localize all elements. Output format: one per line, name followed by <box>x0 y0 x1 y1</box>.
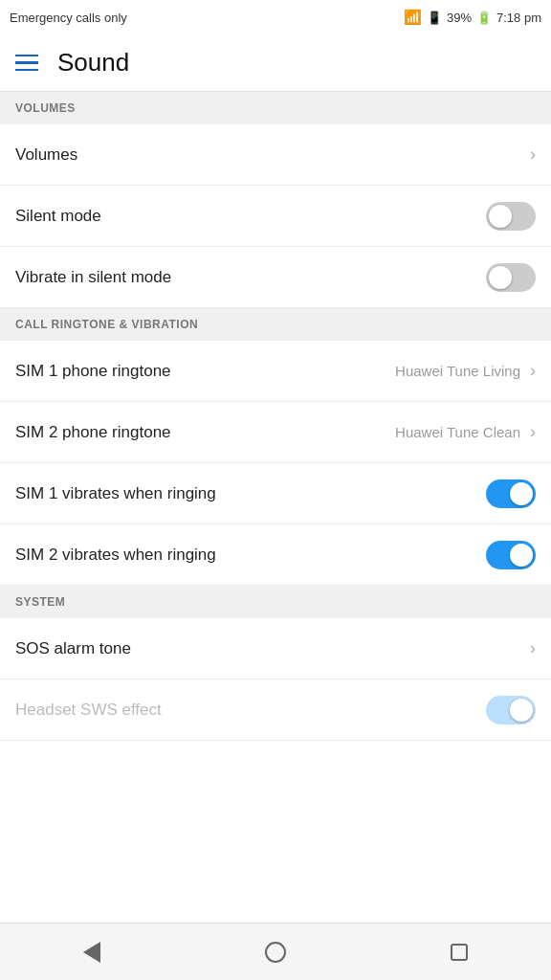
nav-bar <box>0 923 551 980</box>
headset-sws-item: Headset SWS effect <box>0 679 551 741</box>
menu-button[interactable] <box>15 55 38 72</box>
vibrate-silent-label: Vibrate in silent mode <box>15 268 486 287</box>
status-bar: Emergency calls only 📶 📱 39% 🔋 7:18 pm <box>0 0 551 34</box>
volumes-label: Volumes <box>15 145 526 165</box>
recents-button[interactable] <box>430 933 488 971</box>
volumes-item[interactable]: Volumes › <box>0 124 551 186</box>
sim1-ringtone-item[interactable]: SIM 1 phone ringtone Huawei Tune Living … <box>0 341 551 402</box>
battery-text: 39% <box>447 11 472 25</box>
sos-alarm-chevron-icon: › <box>530 638 536 658</box>
recents-icon <box>451 944 468 961</box>
vibrate-silent-toggle[interactable] <box>486 263 536 292</box>
sim2-ringtone-label: SIM 2 phone ringtone <box>15 423 395 442</box>
hamburger-line-3 <box>15 69 38 72</box>
headset-sws-toggle <box>486 696 536 724</box>
section-header-system: SYSTEM <box>0 586 551 618</box>
volumes-chevron-icon: › <box>530 145 536 165</box>
hamburger-line-1 <box>15 55 38 57</box>
sim2-ringtone-value: Huawei Tune Clean <box>395 424 520 440</box>
section-header-ringtone: CALL RINGTONE & VIBRATION <box>0 308 551 341</box>
sim2-vibrate-label: SIM 2 vibrates when ringing <box>15 546 486 565</box>
silent-mode-toggle[interactable] <box>486 202 536 231</box>
silent-mode-item[interactable]: Silent mode <box>0 186 551 247</box>
wifi-icon: 📶 <box>404 9 422 26</box>
sim2-ringtone-item[interactable]: SIM 2 phone ringtone Huawei Tune Clean › <box>0 402 551 463</box>
sim1-ringtone-label: SIM 1 phone ringtone <box>15 362 395 381</box>
home-button[interactable] <box>247 933 304 971</box>
sim1-ringtone-value: Huawei Tune Living <box>395 363 520 379</box>
home-icon <box>265 942 286 963</box>
status-left-text: Emergency calls only <box>10 11 127 25</box>
vibrate-silent-item[interactable]: Vibrate in silent mode <box>0 247 551 308</box>
status-right: 📶 📱 39% 🔋 7:18 pm <box>404 9 541 26</box>
battery-icon: 🔋 <box>476 11 492 25</box>
sos-alarm-item[interactable]: SOS alarm tone › <box>0 618 551 679</box>
sim1-vibrate-label: SIM 1 vibrates when ringing <box>15 484 486 503</box>
back-button[interactable] <box>63 933 121 971</box>
sim1-ringtone-chevron-icon: › <box>530 361 536 381</box>
silent-mode-label: Silent mode <box>15 207 486 226</box>
toolbar: Sound <box>0 34 551 92</box>
hamburger-line-2 <box>15 61 38 64</box>
sim1-vibrate-toggle[interactable] <box>486 479 536 508</box>
sos-alarm-label: SOS alarm tone <box>15 639 526 658</box>
sim1-vibrate-item[interactable]: SIM 1 vibrates when ringing <box>0 463 551 524</box>
page-title: Sound <box>57 48 129 78</box>
sim2-ringtone-chevron-icon: › <box>530 422 536 442</box>
time-text: 7:18 pm <box>496 11 541 25</box>
sim2-vibrate-toggle[interactable] <box>486 541 536 569</box>
settings-content: VOLUMES Volumes › Silent mode Vibrate in… <box>0 92 551 923</box>
signal-icon: 📱 <box>427 11 442 25</box>
back-icon <box>83 942 100 963</box>
section-header-volumes: VOLUMES <box>0 92 551 124</box>
headset-sws-label: Headset SWS effect <box>15 701 486 720</box>
sim2-vibrate-item[interactable]: SIM 2 vibrates when ringing <box>0 524 551 586</box>
